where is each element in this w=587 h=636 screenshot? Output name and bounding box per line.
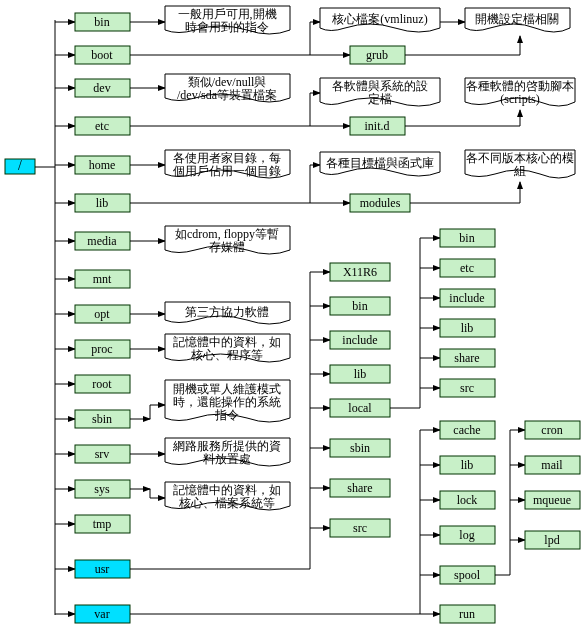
desc-home-l1: 各使用者家目錄，每 xyxy=(173,151,281,165)
sub-local-bin-label: bin xyxy=(459,231,474,245)
dir-mnt-label: mnt xyxy=(93,272,112,286)
sub-local-etc-label: etc xyxy=(460,261,474,275)
desc-sbin-l2: 時，還能操作的系統 xyxy=(173,395,281,409)
desc-boot2-l1: 開機設定檔相關 xyxy=(475,12,559,26)
sub-spool-lpd-label: lpd xyxy=(544,533,559,547)
desc-srv-l1: 網路服務所提供的資 xyxy=(172,439,281,453)
sub-usr-src-label: src xyxy=(353,521,367,535)
dir-tmp-label: tmp xyxy=(93,517,112,531)
dir-var-label: var xyxy=(94,607,109,621)
dir-bin-label: bin xyxy=(94,15,109,29)
desc-proc-l1: 記憶體中的資料，如 xyxy=(173,335,281,349)
desc-lib-l1: 各種目標檔與函式庫 xyxy=(326,156,434,170)
dir-usr-label: usr xyxy=(95,562,110,576)
sub-var-lock-label: lock xyxy=(457,493,478,507)
sub-var-spool-label: spool xyxy=(454,568,481,582)
desc-etc-l1: 各軟體與系統的設 xyxy=(332,79,428,93)
sub-usr-local-label: local xyxy=(348,401,372,415)
dir-dev-label: dev xyxy=(93,81,110,95)
sub-modules-label: modules xyxy=(360,196,401,210)
sub-local-include-label: include xyxy=(449,291,484,305)
desc-sys-l2: 核心、檔案系統等 xyxy=(178,496,275,510)
desc-sbin-l3: 指令 xyxy=(214,408,239,422)
dir-sys-label: sys xyxy=(94,482,110,496)
dir-boot-label: boot xyxy=(91,48,113,62)
desc-dev-l1: 類似/dev/null與 xyxy=(188,75,267,89)
dir-proc-label: proc xyxy=(91,342,112,356)
desc-kmod-l1: 各不同版本核心的模 xyxy=(466,151,574,165)
desc-kmod-l2: 組 xyxy=(513,164,526,178)
sub-var-run-label: run xyxy=(459,607,475,621)
sub-spool-mail-label: mail xyxy=(541,458,563,472)
sub-var-lib-label: lib xyxy=(461,458,474,472)
desc-proc-l2: 核心、程序等 xyxy=(190,348,263,362)
desc-media-l2: 存媒體 xyxy=(209,240,245,254)
dir-home-label: home xyxy=(89,158,116,172)
desc-home-l2: 個用戶佔用一個目錄 xyxy=(173,164,281,178)
dir-root-label: root xyxy=(92,377,112,391)
sub-local-src-label: src xyxy=(460,381,474,395)
dir-srv-label: srv xyxy=(95,447,110,461)
desc-vmlinuz-l1: 核心檔案(vmlinuz) xyxy=(331,12,427,26)
desc-opt-l1: 第三方協力軟體 xyxy=(185,305,269,319)
sub-spool-mqueue-label: mqueue xyxy=(533,493,571,507)
sub-usr-include-label: include xyxy=(342,333,377,347)
sub-var-cache-label: cache xyxy=(453,423,480,437)
root-slash-label: / xyxy=(18,158,22,173)
desc-media-l1: 如cdrom, floppy等暫 xyxy=(175,227,279,241)
desc-scripts-l2: (scripts) xyxy=(500,92,539,106)
sub-local-lib-label: lib xyxy=(461,321,474,335)
desc-sys-l1: 記憶體中的資料，如 xyxy=(173,483,281,497)
sub-local-share-label: share xyxy=(454,351,479,365)
sub-x11r6-label: X11R6 xyxy=(343,265,377,279)
sub-usr-bin-label: bin xyxy=(352,299,367,313)
sub-spool-cron-label: cron xyxy=(541,423,562,437)
desc-bin-l1: 一般用戶可用,開機 xyxy=(178,7,277,21)
sub-var-log-label: log xyxy=(459,528,474,542)
dir-media-label: media xyxy=(87,234,117,248)
desc-scripts-l1: 各種軟體的啓動腳本 xyxy=(466,79,574,93)
sub-usr-share-label: share xyxy=(347,481,372,495)
sub-usr-sbin-label: sbin xyxy=(350,441,370,455)
dir-lib-label: lib xyxy=(96,196,109,210)
dir-etc-label: etc xyxy=(95,119,109,133)
dir-opt-label: opt xyxy=(94,307,110,321)
desc-dev-l2: /dev/sda等裝置檔案 xyxy=(177,88,277,102)
sub-usr-lib-label: lib xyxy=(354,367,367,381)
desc-srv-l2: 料放置處 xyxy=(203,452,251,466)
sub-grub-label: grub xyxy=(366,48,388,62)
desc-sbin-l1: 開機或單人維護模式 xyxy=(173,382,281,396)
dir-sbin-label: sbin xyxy=(92,412,112,426)
sub-initd-label: init.d xyxy=(364,119,389,133)
desc-etc-l2: 定檔 xyxy=(368,92,392,106)
desc-bin-l2: 時會用到的指令 xyxy=(185,20,269,34)
